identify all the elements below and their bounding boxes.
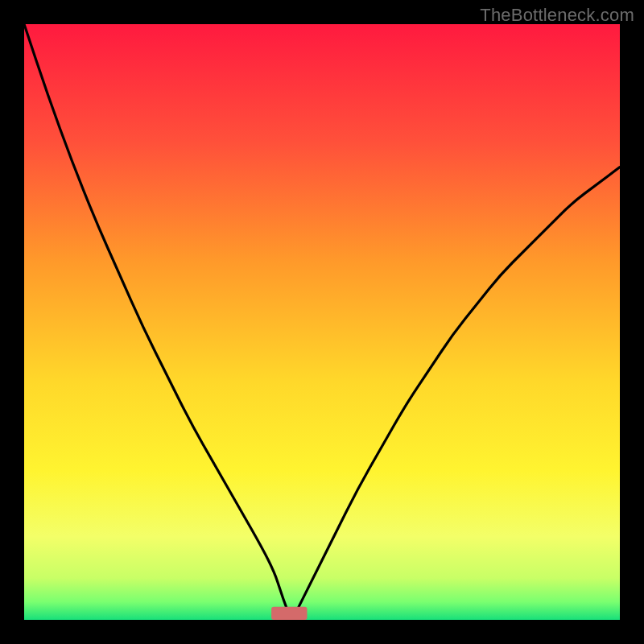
watermark-text: TheBottleneck.com: [480, 5, 634, 26]
gradient-background: [24, 24, 620, 620]
chart-frame: TheBottleneck.com: [0, 0, 644, 644]
plot-area: [24, 24, 620, 620]
bottleneck-chart: [24, 24, 620, 620]
optimal-marker: [271, 607, 307, 620]
